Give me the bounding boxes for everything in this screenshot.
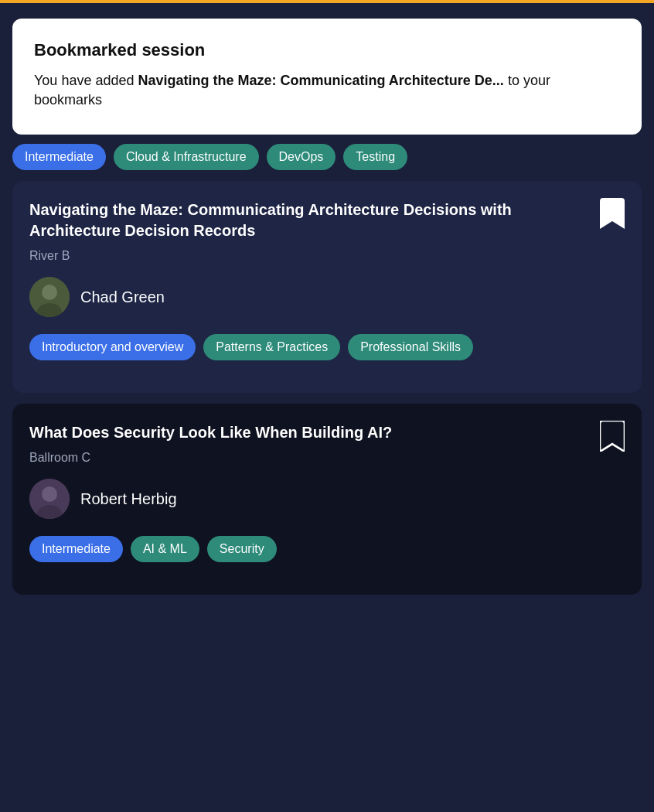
session-1-tag-2[interactable]: Professional Skills [348, 334, 473, 360]
svg-point-1 [42, 285, 57, 300]
bookmark-notification-title: Bookmarked session [34, 40, 620, 60]
session-2-tags: Intermediate AI & ML Security [29, 536, 625, 562]
filter-tags-row: Intermediate Cloud & Infrastructure DevO… [12, 144, 642, 170]
session-1-avatar [29, 277, 70, 317]
session-1-tag-1[interactable]: Patterns & Practices [203, 334, 340, 360]
session-1-bookmark-button[interactable] [600, 198, 625, 229]
bookmark-body-prefix: You have added [34, 73, 138, 88]
session-2-bookmark-button[interactable] [600, 421, 625, 452]
session-1-room: River B [29, 249, 625, 263]
session-card-1: Navigating the Maze: Communicating Archi… [12, 181, 642, 393]
session-2-room: Ballroom C [29, 451, 625, 465]
bookmark-session-name: Navigating the Maze: Communicating Archi… [138, 73, 503, 88]
session-2-avatar [29, 479, 70, 519]
session-1-speaker-name: Chad Green [80, 288, 165, 306]
session-2-speaker-name: Robert Herbig [80, 490, 177, 508]
session-1-speaker-row: Chad Green [29, 277, 625, 317]
session-2-tag-2[interactable]: Security [207, 536, 277, 562]
tag-cloud-infrastructure[interactable]: Cloud & Infrastructure [114, 144, 259, 170]
session-2-title: What Does Security Look Like When Buildi… [29, 422, 625, 443]
bookmark-notification-body: You have added Navigating the Maze: Comm… [34, 71, 620, 110]
session-1-tag-0[interactable]: Introductory and overview [29, 334, 196, 360]
session-card-2: What Does Security Look Like When Buildi… [12, 404, 642, 595]
top-orange-bar [0, 0, 654, 3]
session-1-tags: Introductory and overview Patterns & Pra… [29, 334, 625, 360]
session-1-title: Navigating the Maze: Communicating Archi… [29, 200, 625, 241]
tag-devops[interactable]: DevOps [267, 144, 336, 170]
tag-testing[interactable]: Testing [343, 144, 407, 170]
tag-intermediate[interactable]: Intermediate [12, 144, 106, 170]
session-2-tag-0[interactable]: Intermediate [29, 536, 123, 562]
bookmark-notification-card: Bookmarked session You have added Naviga… [12, 19, 642, 135]
session-2-tag-1[interactable]: AI & ML [131, 536, 199, 562]
svg-point-4 [42, 486, 57, 502]
session-2-speaker-row: Robert Herbig [29, 479, 625, 519]
